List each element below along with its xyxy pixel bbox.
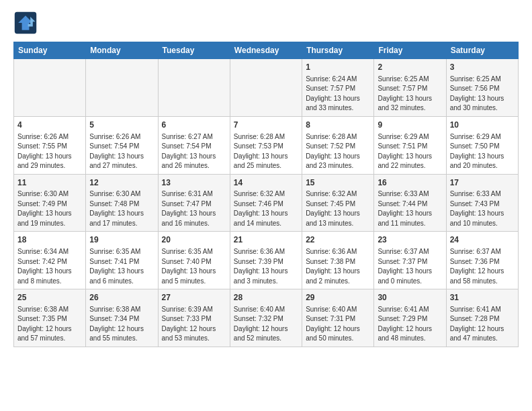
day-number: 3: [450, 62, 515, 73]
logo: [13, 11, 40, 35]
day-content: Sunrise: 6:29 AM Sunset: 7:51 PM Dayligh…: [378, 132, 442, 171]
day-number: 25: [17, 292, 82, 304]
day-content: Sunrise: 6:26 AM Sunset: 7:54 PM Dayligh…: [89, 132, 154, 171]
calendar-cell: [158, 59, 230, 117]
calendar-cell: 27Sunrise: 6:39 AM Sunset: 7:33 PM Dayli…: [158, 289, 230, 347]
day-number: 31: [450, 292, 515, 304]
day-number: 14: [234, 177, 298, 189]
day-content: Sunrise: 6:28 AM Sunset: 7:52 PM Dayligh…: [306, 132, 370, 171]
day-number: 17: [450, 177, 515, 189]
calendar-cell: 4Sunrise: 6:26 AM Sunset: 7:55 PM Daylig…: [14, 116, 86, 174]
calendar-cell: 25Sunrise: 6:38 AM Sunset: 7:35 PM Dayli…: [14, 289, 86, 347]
day-content: Sunrise: 6:30 AM Sunset: 7:48 PM Dayligh…: [89, 189, 154, 228]
day-number: 29: [306, 292, 370, 304]
day-content: Sunrise: 6:26 AM Sunset: 7:55 PM Dayligh…: [17, 132, 82, 171]
calendar-cell: 7Sunrise: 6:28 AM Sunset: 7:53 PM Daylig…: [230, 116, 302, 174]
day-number: 4: [17, 120, 82, 131]
calendar-cell: 29Sunrise: 6:40 AM Sunset: 7:31 PM Dayli…: [302, 289, 374, 347]
calendar-cell: 31Sunrise: 6:41 AM Sunset: 7:28 PM Dayli…: [446, 289, 518, 347]
day-number: 15: [306, 177, 370, 189]
calendar-table: SundayMondayTuesdayWednesdayThursdayFrid…: [13, 42, 519, 347]
calendar-cell: 12Sunrise: 6:30 AM Sunset: 7:48 PM Dayli…: [86, 174, 158, 232]
calendar-cell: 16Sunrise: 6:33 AM Sunset: 7:44 PM Dayli…: [374, 174, 446, 232]
calendar-cell: 2Sunrise: 6:25 AM Sunset: 7:57 PM Daylig…: [374, 59, 446, 117]
calendar-cell: 18Sunrise: 6:34 AM Sunset: 7:42 PM Dayli…: [14, 232, 86, 289]
day-number: 20: [162, 234, 226, 246]
day-number: 12: [89, 177, 154, 189]
day-content: Sunrise: 6:35 AM Sunset: 7:40 PM Dayligh…: [162, 247, 226, 286]
calendar-cell: 11Sunrise: 6:30 AM Sunset: 7:49 PM Dayli…: [14, 174, 86, 232]
calendar-cell: 23Sunrise: 6:37 AM Sunset: 7:37 PM Dayli…: [374, 232, 446, 289]
day-number: 8: [306, 120, 370, 131]
col-header-wednesday: Wednesday: [230, 42, 302, 59]
calendar-cell: 14Sunrise: 6:32 AM Sunset: 7:46 PM Dayli…: [230, 174, 302, 232]
week-row-2: 4Sunrise: 6:26 AM Sunset: 7:55 PM Daylig…: [14, 116, 519, 174]
day-number: 11: [17, 177, 82, 189]
day-number: 30: [378, 292, 442, 304]
calendar-cell: 22Sunrise: 6:36 AM Sunset: 7:38 PM Dayli…: [302, 232, 374, 289]
day-number: 10: [450, 120, 515, 131]
day-number: 13: [162, 177, 226, 189]
day-number: 26: [89, 292, 154, 304]
day-content: Sunrise: 6:25 AM Sunset: 7:57 PM Dayligh…: [378, 75, 442, 113]
day-content: Sunrise: 6:40 AM Sunset: 7:32 PM Dayligh…: [234, 305, 298, 344]
day-content: Sunrise: 6:34 AM Sunset: 7:42 PM Dayligh…: [17, 247, 82, 286]
day-number: 16: [378, 177, 442, 189]
day-content: Sunrise: 6:38 AM Sunset: 7:35 PM Dayligh…: [17, 305, 82, 344]
day-content: Sunrise: 6:28 AM Sunset: 7:53 PM Dayligh…: [234, 132, 298, 171]
day-content: Sunrise: 6:32 AM Sunset: 7:45 PM Dayligh…: [306, 189, 370, 228]
calendar-cell: 3Sunrise: 6:25 AM Sunset: 7:56 PM Daylig…: [446, 59, 518, 117]
calendar-cell: [86, 59, 158, 117]
day-content: Sunrise: 6:24 AM Sunset: 7:57 PM Dayligh…: [306, 75, 370, 113]
day-content: Sunrise: 6:31 AM Sunset: 7:47 PM Dayligh…: [162, 189, 226, 228]
col-header-tuesday: Tuesday: [158, 42, 230, 59]
calendar-cell: 24Sunrise: 6:37 AM Sunset: 7:36 PM Dayli…: [446, 232, 518, 289]
day-content: Sunrise: 6:41 AM Sunset: 7:28 PM Dayligh…: [450, 305, 515, 344]
day-content: Sunrise: 6:37 AM Sunset: 7:37 PM Dayligh…: [378, 247, 442, 286]
calendar-cell: 20Sunrise: 6:35 AM Sunset: 7:40 PM Dayli…: [158, 232, 230, 289]
calendar-cell: 1Sunrise: 6:24 AM Sunset: 7:57 PM Daylig…: [302, 59, 374, 117]
day-content: Sunrise: 6:29 AM Sunset: 7:50 PM Dayligh…: [450, 132, 515, 171]
calendar-cell: 15Sunrise: 6:32 AM Sunset: 7:45 PM Dayli…: [302, 174, 374, 232]
logo-icon: [13, 11, 38, 35]
calendar-cell: 9Sunrise: 6:29 AM Sunset: 7:51 PM Daylig…: [374, 116, 446, 174]
day-content: Sunrise: 6:40 AM Sunset: 7:31 PM Dayligh…: [306, 305, 370, 344]
day-number: 6: [162, 120, 226, 131]
day-content: Sunrise: 6:30 AM Sunset: 7:49 PM Dayligh…: [17, 189, 82, 228]
day-number: 28: [234, 292, 298, 304]
col-header-thursday: Thursday: [302, 42, 374, 59]
day-number: 21: [234, 234, 298, 246]
week-row-5: 25Sunrise: 6:38 AM Sunset: 7:35 PM Dayli…: [14, 289, 519, 347]
day-content: Sunrise: 6:37 AM Sunset: 7:36 PM Dayligh…: [450, 247, 515, 286]
day-number: 7: [234, 120, 298, 131]
day-number: 27: [162, 292, 226, 304]
calendar-cell: 8Sunrise: 6:28 AM Sunset: 7:52 PM Daylig…: [302, 116, 374, 174]
day-content: Sunrise: 6:41 AM Sunset: 7:29 PM Dayligh…: [378, 305, 442, 344]
day-content: Sunrise: 6:25 AM Sunset: 7:56 PM Dayligh…: [450, 75, 515, 113]
day-content: Sunrise: 6:27 AM Sunset: 7:54 PM Dayligh…: [162, 132, 226, 171]
day-content: Sunrise: 6:36 AM Sunset: 7:38 PM Dayligh…: [306, 247, 370, 286]
calendar-cell: 6Sunrise: 6:27 AM Sunset: 7:54 PM Daylig…: [158, 116, 230, 174]
col-header-monday: Monday: [86, 42, 158, 59]
calendar-cell: 30Sunrise: 6:41 AM Sunset: 7:29 PM Dayli…: [374, 289, 446, 347]
calendar-cell: [14, 59, 86, 117]
day-content: Sunrise: 6:33 AM Sunset: 7:43 PM Dayligh…: [450, 189, 515, 228]
calendar-cell: 28Sunrise: 6:40 AM Sunset: 7:32 PM Dayli…: [230, 289, 302, 347]
calendar-cell: 26Sunrise: 6:38 AM Sunset: 7:34 PM Dayli…: [86, 289, 158, 347]
day-number: 18: [17, 234, 82, 246]
col-header-sunday: Sunday: [14, 42, 86, 59]
calendar-cell: 13Sunrise: 6:31 AM Sunset: 7:47 PM Dayli…: [158, 174, 230, 232]
day-number: 24: [450, 234, 515, 246]
day-content: Sunrise: 6:36 AM Sunset: 7:39 PM Dayligh…: [234, 247, 298, 286]
day-content: Sunrise: 6:35 AM Sunset: 7:41 PM Dayligh…: [89, 247, 154, 286]
day-number: 1: [306, 62, 370, 73]
week-row-4: 18Sunrise: 6:34 AM Sunset: 7:42 PM Dayli…: [14, 232, 519, 289]
header: [13, 11, 519, 35]
calendar-cell: 17Sunrise: 6:33 AM Sunset: 7:43 PM Dayli…: [446, 174, 518, 232]
day-content: Sunrise: 6:39 AM Sunset: 7:33 PM Dayligh…: [162, 305, 226, 344]
calendar-cell: 5Sunrise: 6:26 AM Sunset: 7:54 PM Daylig…: [86, 116, 158, 174]
header-row: SundayMondayTuesdayWednesdayThursdayFrid…: [14, 42, 519, 59]
day-number: 19: [89, 234, 154, 246]
day-number: 22: [306, 234, 370, 246]
col-header-saturday: Saturday: [446, 42, 518, 59]
